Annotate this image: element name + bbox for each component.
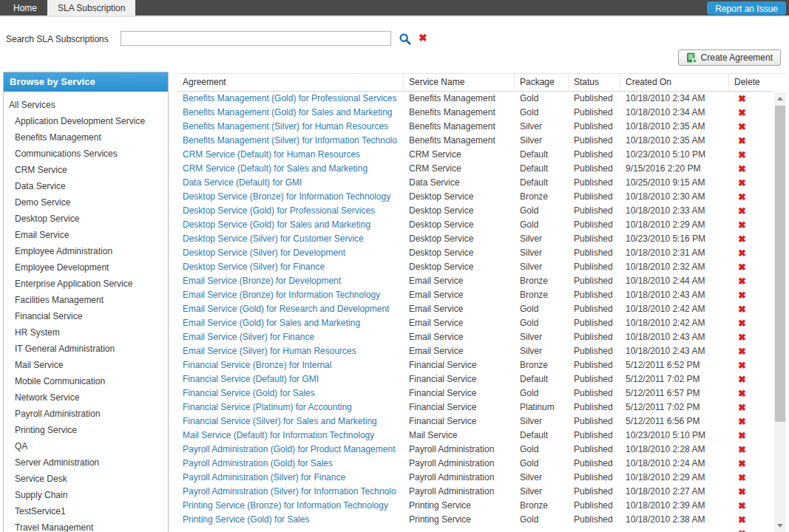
sidebar-item[interactable]: Data Service — [4, 178, 168, 194]
delete-icon[interactable]: ✖ — [729, 274, 773, 288]
sidebar-item[interactable]: Email Service — [4, 227, 168, 243]
agreement-link[interactable]: Financial Service (Gold) for Sales — [177, 386, 404, 400]
agreement-link[interactable]: Benefits Management (Silver) for Informa… — [177, 134, 404, 148]
agreement-link[interactable]: Desktop Service (Bronze) for Information… — [177, 190, 404, 204]
sidebar-item[interactable]: Payroll Administration — [4, 406, 168, 422]
scrollbar-up-arrow-icon[interactable] — [774, 92, 786, 105]
agreement-link[interactable]: Benefits Management (Gold) for Sales and… — [177, 106, 404, 120]
agreement-link[interactable]: Data Service (Default) for GMI — [177, 176, 404, 190]
delete-icon[interactable]: ✖ — [729, 513, 773, 527]
sidebar-item[interactable]: Benefits Management — [4, 129, 168, 146]
sidebar-item[interactable]: Supply Chain — [4, 487, 168, 503]
agreement-link[interactable]: Payroll Administration (Silver) for Fina… — [177, 471, 404, 485]
delete-icon[interactable]: ✖ — [729, 358, 773, 372]
search-input[interactable] — [121, 31, 391, 46]
delete-icon[interactable]: ✖ — [729, 204, 773, 218]
sidebar-item[interactable]: All Services — [4, 97, 168, 113]
agreement-link[interactable]: CRM Service (Default) for Human Resource… — [177, 148, 404, 162]
delete-icon[interactable]: ✖ — [729, 302, 773, 316]
agreement-link[interactable]: Email Service (Bronze) for Information T… — [177, 288, 404, 302]
delete-icon[interactable]: ✖ — [729, 471, 773, 485]
delete-icon[interactable]: ✖ — [729, 120, 773, 134]
agreement-link[interactable]: Printing Service (Bronze) for Informatio… — [177, 499, 404, 513]
search-icon[interactable] — [399, 33, 412, 46]
sidebar-item[interactable]: Employee Administration — [4, 243, 168, 259]
agreement-link[interactable]: Email Service (Gold) for Sales and Marke… — [177, 316, 404, 330]
clear-search-icon[interactable]: ✖ — [419, 31, 427, 44]
sidebar-item[interactable]: Communications Services — [4, 146, 168, 162]
delete-icon[interactable]: ✖ — [729, 386, 773, 400]
create-agreement-button[interactable]: Create Agreement — [678, 50, 781, 66]
sidebar-item[interactable]: Employee Development — [4, 259, 168, 276]
delete-icon[interactable]: ✖ — [729, 218, 773, 232]
agreement-link[interactable]: Desktop Service (Gold) for Professional … — [177, 204, 404, 218]
agreement-link[interactable]: Desktop Service (Silver) for Finance — [177, 260, 404, 274]
column-header-service-name[interactable]: Service Name — [404, 74, 515, 91]
agreement-link[interactable]: Financial Service (Bronze) for Internal — [177, 358, 404, 372]
agreement-link[interactable]: Email Service (Gold) for Research and De… — [177, 302, 404, 316]
sidebar-item[interactable]: Mail Service — [4, 357, 168, 373]
delete-icon[interactable]: ✖ — [729, 260, 773, 274]
column-header-created-on[interactable]: Created On — [620, 74, 729, 91]
delete-icon[interactable]: ✖ — [729, 176, 773, 190]
column-header-package[interactable]: Package — [515, 74, 569, 91]
delete-icon[interactable]: ✖ — [729, 527, 773, 532]
delete-icon[interactable]: ✖ — [729, 106, 773, 120]
delete-icon[interactable]: ✖ — [729, 443, 773, 457]
agreement-link[interactable]: Printing Service (Gold) for Sales — [177, 513, 404, 527]
delete-icon[interactable]: ✖ — [729, 190, 773, 204]
delete-icon[interactable]: ✖ — [729, 316, 773, 330]
delete-icon[interactable]: ✖ — [729, 134, 773, 148]
agreement-link[interactable]: Mail Service (Default) for Information T… — [177, 429, 404, 443]
agreement-link[interactable]: Desktop Service (Silver) for Development — [177, 246, 404, 260]
sidebar-item[interactable]: IT General Administration — [4, 341, 168, 357]
delete-icon[interactable]: ✖ — [729, 344, 773, 358]
sidebar-item[interactable]: Service Desk — [4, 471, 168, 487]
sidebar-item[interactable]: CRM Service — [4, 162, 168, 178]
sidebar-item[interactable]: Desktop Service — [4, 211, 168, 227]
report-an-issue-button[interactable]: Report an Issue — [707, 1, 786, 15]
agreement-link[interactable]: Payroll Administration (Silver) for Info… — [177, 485, 404, 499]
agreement-link[interactable]: Benefits Management (Silver) for Human R… — [177, 120, 404, 134]
sidebar-item[interactable]: Application Development Service — [4, 113, 168, 129]
delete-icon[interactable]: ✖ — [729, 162, 773, 176]
delete-icon[interactable]: ✖ — [729, 246, 773, 260]
delete-icon[interactable]: ✖ — [729, 330, 773, 344]
agreement-link[interactable]: CRM Service (Default) for Sales and Mark… — [177, 162, 404, 176]
column-header-status[interactable]: Status — [569, 74, 620, 91]
sidebar-item[interactable]: Financial Service — [4, 308, 168, 324]
sidebar-item[interactable]: Demo Service — [4, 194, 168, 211]
sidebar-item[interactable]: HR System — [4, 324, 168, 341]
agreement-link[interactable]: Financial Service (Platinum) for Account… — [177, 400, 404, 415]
delete-icon[interactable]: ✖ — [729, 415, 773, 429]
scrollbar-down-arrow-icon[interactable] — [774, 519, 786, 532]
sidebar-item[interactable]: Printing Service — [4, 422, 168, 438]
agreement-link[interactable] — [177, 527, 404, 532]
tab-home[interactable]: Home — [3, 0, 47, 16]
delete-icon[interactable]: ✖ — [729, 148, 773, 162]
sidebar-item[interactable]: Enterprise Application Service — [4, 276, 168, 292]
delete-icon[interactable]: ✖ — [729, 288, 773, 302]
sidebar-item[interactable]: TestService1 — [4, 503, 168, 519]
sidebar-item[interactable]: Network Service — [4, 389, 168, 406]
delete-icon[interactable]: ✖ — [729, 457, 773, 471]
column-header-agreement[interactable]: Agreement — [177, 74, 404, 91]
agreement-link[interactable]: Email Service (Bronze) for Development — [177, 274, 404, 288]
delete-icon[interactable]: ✖ — [729, 372, 773, 386]
sidebar-item[interactable]: Travel Management — [4, 519, 168, 532]
sidebar-item[interactable]: QA — [4, 438, 168, 454]
delete-icon[interactable]: ✖ — [729, 429, 773, 443]
tab-sla-subscription[interactable]: SLA Subscription — [47, 0, 135, 16]
delete-icon[interactable]: ✖ — [729, 232, 773, 246]
agreement-link[interactable]: Payroll Administration (Gold) for Produc… — [177, 443, 404, 457]
agreement-link[interactable]: Desktop Service (Silver) for Customer Se… — [177, 232, 404, 246]
sidebar-item[interactable]: Server Administration — [4, 454, 168, 471]
delete-icon[interactable]: ✖ — [729, 485, 773, 499]
delete-icon[interactable]: ✖ — [729, 92, 773, 106]
agreement-link[interactable]: Email Service (Silver) for Finance — [177, 330, 404, 344]
delete-icon[interactable]: ✖ — [729, 499, 773, 513]
agreement-link[interactable]: Financial Service (Silver) for Sales and… — [177, 415, 404, 429]
agreement-link[interactable]: Email Service (Silver) for Human Resourc… — [177, 344, 404, 358]
scrollbar-thumb[interactable] — [775, 106, 785, 422]
agreement-link[interactable]: Financial Service (Default) for GMI — [177, 372, 404, 386]
